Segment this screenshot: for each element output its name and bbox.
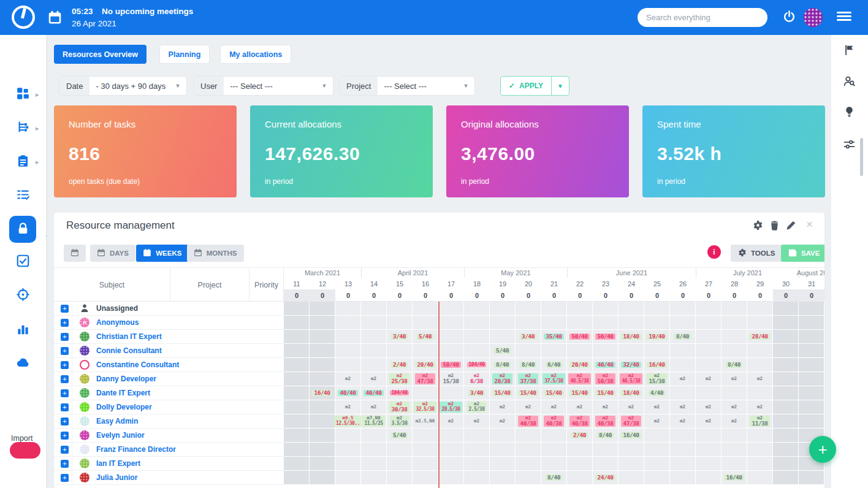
- allocation-chip[interactable]: m246.5/38: [620, 373, 642, 384]
- allocation-chip[interactable]: 50/40: [569, 334, 589, 340]
- sidebar-item-clipboard[interactable]: [9, 148, 36, 175]
- allocation-chip[interactable]: 3/40: [391, 334, 408, 340]
- grid-cell[interactable]: 15/40: [593, 386, 619, 400]
- allocation-chip[interactable]: 8/40: [726, 362, 742, 368]
- grid-cell[interactable]: 16/40: [644, 358, 670, 372]
- allocation-chip[interactable]: 8/40: [546, 475, 562, 481]
- grid-cell[interactable]: 2/40: [387, 358, 413, 372]
- allocation-chip[interactable]: 4/40: [649, 390, 665, 396]
- allocation-chip[interactable]: m211/38: [750, 416, 769, 427]
- grid-cell[interactable]: m2: [670, 414, 696, 429]
- grid-cell[interactable]: m248.5/38: [567, 372, 593, 386]
- sidebar-item-project-tree[interactable]: [9, 115, 36, 142]
- sidebar-item-bar-chart[interactable]: [9, 316, 36, 343]
- vertical-scrollbar[interactable]: [860, 138, 863, 176]
- grid-cell[interactable]: m2: [438, 414, 464, 429]
- resource-row-unassigned[interactable]: +Unassigned: [54, 302, 284, 316]
- grid-cell[interactable]: 8/40: [516, 358, 541, 372]
- expand-row-button[interactable]: +: [61, 432, 69, 440]
- allocation-chip[interactable]: 40/40: [364, 390, 383, 396]
- user-filter-select[interactable]: --- Select ---▼: [224, 77, 333, 95]
- grid-cell[interactable]: m2: [696, 414, 721, 429]
- calendar-icon[interactable]: [48, 10, 62, 25]
- allocation-chip[interactable]: m215/38: [441, 373, 460, 385]
- grid-cell[interactable]: m228/38: [490, 372, 516, 386]
- allocation-chip[interactable]: m2: [369, 405, 378, 410]
- resource-name[interactable]: Ian IT Expert: [96, 459, 140, 468]
- allocation-chip[interactable]: m2: [704, 405, 713, 410]
- grid-cell[interactable]: m240/38: [593, 414, 619, 429]
- grid-cell[interactable]: 20/40: [567, 358, 593, 372]
- allocation-chip[interactable]: m237/38: [518, 373, 538, 385]
- grid-cell[interactable]: m2.5,N8: [413, 414, 438, 429]
- allocation-chip[interactable]: 28/40: [750, 334, 769, 340]
- allocation-chip[interactable]: 50/40: [595, 334, 615, 340]
- grid-cell[interactable]: 16/40: [310, 386, 335, 400]
- allocation-chip[interactable]: m2: [343, 405, 352, 410]
- grid-cell[interactable]: 15/40: [516, 386, 541, 400]
- allocation-chip[interactable]: m2: [678, 405, 687, 410]
- grid-cell[interactable]: 40/40: [335, 386, 361, 400]
- allocation-chip[interactable]: m22.5/38: [467, 402, 487, 412]
- grid-cell[interactable]: 19/40: [644, 330, 670, 344]
- allocation-chip[interactable]: m23.5/38: [390, 416, 409, 426]
- allocation-chip[interactable]: m232.5/38: [414, 402, 436, 412]
- allocation-chip[interactable]: 35/40: [544, 334, 563, 340]
- resource-row-christian-it-expert[interactable]: +Christian IT Expert: [54, 330, 284, 344]
- grid-cell[interactable]: m2: [747, 400, 773, 414]
- allocation-chip[interactable]: m240/38: [518, 416, 538, 427]
- allocation-chip[interactable]: 2/40: [391, 362, 408, 368]
- view-days-button[interactable]: DAYS: [90, 245, 135, 262]
- allocation-chip[interactable]: 50/40: [441, 362, 460, 368]
- allocation-chip[interactable]: 19/40: [647, 334, 666, 340]
- view-calendar-button[interactable]: [64, 245, 86, 262]
- allocation-chip[interactable]: m2: [523, 405, 533, 410]
- allocation-chip[interactable]: 40/40: [595, 362, 615, 368]
- grid-cell[interactable]: m22.5/38: [464, 400, 490, 414]
- allocation-chip[interactable]: m2: [729, 405, 739, 410]
- grid-cell[interactable]: 2/40: [567, 429, 593, 443]
- flag-icon[interactable]: [843, 44, 857, 58]
- expand-row-button[interactable]: +: [61, 474, 69, 482]
- grid-cell[interactable]: 3/40: [387, 330, 413, 344]
- allocation-chip[interactable]: m2: [729, 419, 739, 424]
- column-header-subject[interactable]: Subject: [54, 268, 170, 302]
- apply-button[interactable]: ✓APPLY ▼: [500, 76, 569, 96]
- allocation-chip[interactable]: 20/40: [569, 362, 589, 368]
- grid-cell[interactable]: 8/40: [670, 330, 696, 344]
- grid-cell[interactable]: 15/40: [490, 386, 516, 400]
- allocation-chip[interactable]: m2: [755, 376, 764, 381]
- expand-row-button[interactable]: +: [61, 389, 69, 397]
- grid-cell[interactable]: m237/38: [516, 372, 541, 386]
- grid-cell[interactable]: m23.5/38: [387, 414, 413, 429]
- resource-name[interactable]: Easy Admin: [96, 417, 138, 425]
- expand-row-button[interactable]: +: [61, 446, 69, 454]
- grid-cell[interactable]: 50/40: [438, 358, 464, 372]
- allocation-chip[interactable]: 8/40: [597, 432, 614, 438]
- expand-row-button[interactable]: +: [61, 403, 69, 411]
- easy-logo-icon[interactable]: [12, 6, 35, 29]
- allocation-chip[interactable]: m247/38: [415, 373, 435, 385]
- allocation-chip[interactable]: m2: [472, 419, 481, 424]
- project-filter-select[interactable]: --- Select ---▼: [378, 77, 474, 95]
- allocation-chip[interactable]: m2: [704, 376, 713, 381]
- allocation-chip[interactable]: m2: [498, 405, 507, 410]
- grid-cell[interactable]: 4/40: [644, 386, 670, 400]
- grid-cell[interactable]: m7,N811.5/25: [361, 414, 387, 429]
- resource-name[interactable]: Unassigned: [96, 304, 138, 313]
- allocation-chip[interactable]: 8/40: [520, 362, 536, 368]
- allocation-chip[interactable]: 15/40: [595, 390, 615, 396]
- view-weeks-button[interactable]: WEEKS: [136, 245, 188, 262]
- sidebar-item-approval[interactable]: [9, 248, 36, 275]
- resource-name[interactable]: Evelyn Junior: [96, 431, 145, 440]
- sidebar-item-target[interactable]: [9, 282, 36, 309]
- grid-cell[interactable]: 104/40: [464, 358, 490, 372]
- sliders-icon[interactable]: [843, 139, 857, 152]
- tab-planning[interactable]: Planning: [159, 45, 210, 64]
- grid-cell[interactable]: m2: [361, 372, 387, 386]
- grid-cell[interactable]: m215/38: [438, 372, 464, 386]
- add-fab-button[interactable]: +: [809, 436, 836, 463]
- grid-cell[interactable]: m247/38: [413, 372, 438, 386]
- allocation-chip[interactable]: 20/40: [415, 362, 435, 368]
- info-badge[interactable]: i: [707, 245, 721, 259]
